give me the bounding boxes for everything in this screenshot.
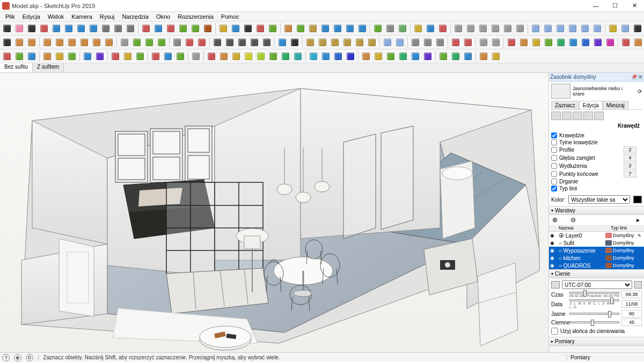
dark-value[interactable] [621, 319, 642, 326]
tool-sand4[interactable] [341, 36, 353, 48]
tool-mir2[interactable] [94, 50, 106, 62]
tool-arc2[interactable] [63, 23, 75, 34]
style-tab-zaznacz[interactable]: Zaznacz [551, 101, 579, 109]
tool-b8[interactable] [292, 50, 304, 62]
timezone-icon[interactable] [634, 281, 642, 289]
tool-rect[interactable] [100, 23, 112, 34]
tool-sand5[interactable] [354, 36, 365, 48]
timezone-select[interactable]: UTC-07:00 [562, 280, 632, 289]
tool-tape[interactable] [217, 23, 229, 34]
tray-pin-icon[interactable]: 📌 [632, 75, 637, 80]
edge-check-6[interactable]: Drganie [551, 178, 642, 185]
edge-check-1[interactable]: Tylne krawędzie [551, 139, 642, 146]
tool-protractor[interactable] [267, 23, 279, 34]
add-layer-icon[interactable]: ⊕ [551, 216, 559, 224]
tool-c2[interactable] [632, 36, 644, 48]
help-icon[interactable]: ? [2, 354, 10, 361]
menu-rysuj[interactable]: Rysuj [97, 13, 118, 20]
time-value[interactable] [621, 291, 642, 298]
tool-y2[interactable] [372, 50, 384, 62]
tool-r3[interactable] [332, 50, 344, 62]
edge-check-0[interactable]: Krawędzie [551, 132, 642, 139]
tool-chk4[interactable] [248, 36, 260, 48]
dark-slider[interactable] [569, 321, 619, 323]
tool-orbit[interactable] [295, 23, 306, 34]
tool-front[interactable] [477, 23, 489, 34]
tool-face1[interactable] [478, 36, 489, 48]
tool-hidden[interactable] [542, 23, 554, 34]
edge-settings-icon[interactable] [551, 112, 561, 120]
tool-m7[interactable] [580, 36, 591, 48]
tool-scale3[interactable] [66, 50, 78, 62]
tool-prev[interactable] [356, 23, 368, 34]
tool-m4[interactable] [543, 36, 554, 48]
tool-chk2[interactable] [224, 36, 236, 48]
tool-dim[interactable] [230, 23, 241, 34]
tool-pan[interactable] [307, 23, 319, 34]
tool-chk3[interactable] [236, 36, 248, 48]
tool-arc4[interactable] [87, 23, 99, 34]
menu-plik[interactable]: Plik [2, 13, 18, 20]
maximize-button[interactable]: ☐ [605, 0, 625, 12]
menu-edycja[interactable]: Edycja [19, 13, 43, 20]
tool-al3[interactable] [134, 50, 146, 62]
menu-widok[interactable]: Widok [45, 13, 68, 20]
tool-rect2[interactable] [13, 36, 25, 48]
tool-cube[interactable] [41, 36, 53, 48]
layer-row-kitchen[interactable]: ◉○ kitchenDomyślny [549, 254, 644, 262]
layers-menu-icon[interactable]: ▸ [634, 216, 642, 224]
scene-tab-0[interactable]: Bez sufitu [0, 63, 33, 72]
tool-style3[interactable] [434, 36, 446, 48]
tool-g2[interactable] [450, 50, 462, 62]
tool-tex[interactable] [579, 23, 591, 34]
shadows-toggle[interactable] [551, 281, 560, 289]
tool-text2[interactable] [289, 36, 301, 48]
tool-fog[interactable] [619, 23, 631, 34]
tool-y1[interactable] [360, 50, 372, 62]
viewport-3d[interactable] [0, 73, 548, 352]
tool-prism[interactable] [103, 36, 115, 48]
tool-cursor[interactable] [1, 36, 13, 48]
tool-zoomwin[interactable] [344, 23, 356, 34]
tool-y4[interactable] [397, 50, 409, 62]
shadows-header[interactable]: Cienie [549, 270, 644, 278]
tool-freehand[interactable] [38, 23, 50, 34]
date-value[interactable] [621, 300, 642, 308]
tool-y3[interactable] [385, 50, 397, 62]
tool-look[interactable] [425, 23, 436, 34]
tool-tex1[interactable] [382, 36, 393, 48]
tool-y6[interactable] [422, 50, 434, 62]
tool-arc3[interactable] [75, 23, 87, 34]
tool-o1[interactable] [478, 50, 489, 62]
tool-poly[interactable] [125, 23, 136, 34]
tool-axes[interactable] [254, 23, 266, 34]
tool-g3[interactable] [462, 50, 474, 62]
tool-rotate[interactable] [177, 23, 189, 34]
geo-icon[interactable]: ⊕ [14, 354, 21, 361]
scene-tab-1[interactable]: Z sufitem [33, 63, 64, 72]
tool-rot3[interactable] [26, 50, 38, 62]
edge-check-4[interactable]: Wydłużenia2 [551, 162, 642, 170]
tool-follow[interactable] [202, 23, 214, 34]
light-value[interactable] [621, 310, 642, 317]
tool-b3[interactable] [230, 50, 242, 62]
style-thumbnail[interactable] [551, 84, 570, 99]
tool-r2[interactable] [320, 50, 332, 62]
tool-grid[interactable] [119, 36, 130, 48]
tool-b7[interactable] [280, 50, 291, 62]
tool-sp2[interactable] [162, 50, 174, 62]
tray-close-icon[interactable]: ✕ [638, 75, 643, 80]
tool-iso[interactable] [452, 23, 464, 34]
tool-chk5[interactable] [261, 36, 273, 48]
tool-scale1[interactable] [41, 50, 53, 62]
tool-eraser[interactable] [13, 23, 25, 34]
tool-sand6[interactable] [366, 36, 378, 48]
tool-cyl[interactable] [54, 36, 65, 48]
tool-dynO[interactable] [156, 36, 167, 48]
tool-left[interactable] [514, 23, 526, 34]
tool-dim2[interactable] [276, 36, 288, 48]
tool-tex2[interactable] [394, 36, 406, 48]
layers-header[interactable]: Warstwy [549, 206, 644, 215]
tool-arc[interactable] [50, 23, 62, 34]
tool-dynI[interactable] [143, 36, 155, 48]
